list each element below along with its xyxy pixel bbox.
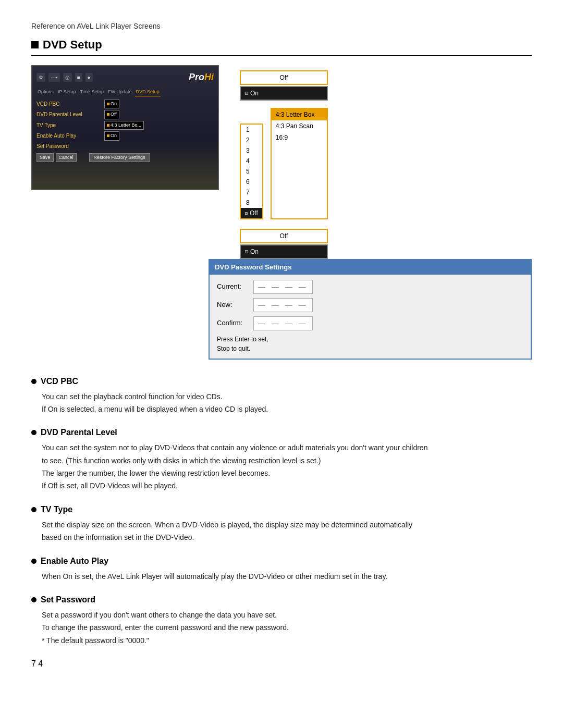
autoplay-title: Enable Auto Play (41, 555, 108, 567)
tv-letterbox: 4:3 Letter Box (272, 109, 327, 120)
tab-options: Options (36, 89, 55, 96)
set-password-text: Set a password if you don't want others … (31, 609, 532, 646)
confirm-label: Confirm: (217, 318, 248, 328)
new-value: — — — — (253, 298, 313, 312)
on-indicator2 (245, 250, 248, 253)
dvd-parental-title: DVD Parental Level (41, 426, 117, 439)
password-dialog-wrapper: DVD Password Settings Current: — — — — N… (209, 259, 532, 360)
off-indicator (245, 212, 248, 215)
num-8: 8 (241, 198, 262, 208)
num-5: 5 (241, 166, 262, 177)
label-tvtype: TV Type (36, 121, 104, 129)
set-password-bullet (31, 597, 36, 602)
options-icon: ⚙ (36, 73, 45, 82)
vcd-pbc-heading: VCD PBC (31, 375, 532, 388)
tv-type-list: 4:3 Letter Box 4:3 Pan Scan 16:9 (271, 108, 328, 219)
num-3: 3 (241, 145, 262, 156)
section-title: DVD Setup (43, 36, 102, 53)
vcd-off-option: Off (240, 70, 328, 85)
dvd-parental-bullet (31, 430, 36, 435)
parental-tv-row: 1 2 3 4 5 6 7 8 Off 4:3 Letter Box 4:3 P… (240, 108, 328, 219)
section-tv-type: TV Type Set the display size on the scre… (31, 503, 532, 544)
password-dialog-title: DVD Password Settings (210, 260, 531, 275)
current-label: Current: (217, 281, 248, 292)
section-dvd-parental: DVD Parental Level You can set the syste… (31, 426, 532, 492)
label-setpassword: Set Password (36, 142, 104, 150)
screen-top-bar: ⚙ —▪ ◎ ■ ● ProHi (36, 70, 214, 84)
screenshot-area: ⚙ —▪ ◎ ■ ● ProHi Options IP Setup Time S… (31, 65, 532, 259)
tv-type-title: TV Type (41, 503, 72, 516)
autoplay-bullet (31, 559, 36, 564)
prohi-logo: ProHi (189, 70, 214, 84)
tab-timesetup: Time Setup (79, 89, 105, 96)
tab-ipsetup: IP Setup (57, 89, 77, 96)
tv-type-heading: TV Type (31, 503, 532, 516)
current-value: — — — — (253, 280, 313, 294)
on-indicator (245, 92, 248, 95)
num-7: 7 (241, 187, 262, 198)
autoplay-on: On (240, 244, 328, 259)
password-dialog: DVD Password Settings Current: — — — — N… (209, 259, 532, 360)
screen-row-parental: DVD Parental Level Off (36, 110, 214, 119)
value-parental: Off (104, 110, 119, 119)
tab-fwupdate: FW Update (107, 89, 133, 96)
page-number: 7 4 (31, 658, 532, 670)
tv-panscan: 4:3 Pan Scan (272, 120, 327, 132)
time-icon: ◎ (63, 73, 72, 82)
autoplay-text: When On is set, the AVeL Link Player wil… (31, 571, 532, 582)
value-autoplay: On (104, 131, 119, 141)
section-header-icon (31, 41, 39, 48)
fw-icon: ■ (75, 73, 82, 82)
confirm-row: Confirm: — — — — (217, 316, 523, 330)
tv-type-bullet (31, 507, 36, 512)
value-vcdpbc: On (104, 100, 119, 109)
screen-restore-btn: Restore Factory Settings (89, 153, 150, 163)
screen-cancel-btn: Cancel (56, 153, 77, 163)
vcd-pbc-title: VCD PBC (41, 375, 78, 388)
dvd-screen: ⚙ —▪ ◎ ■ ● ProHi Options IP Setup Time S… (31, 65, 219, 190)
set-password-heading: Set Password (31, 594, 532, 606)
vcd-on-option: On (240, 86, 328, 101)
current-row: Current: — — — — (217, 280, 523, 294)
tv-169: 16:9 (272, 132, 327, 143)
num-off: Off (241, 208, 262, 218)
screen-row-vcdpbc: VCD PBC On (36, 100, 214, 109)
label-vcdpbc: VCD PBC (36, 100, 104, 108)
section-header: DVD Setup (31, 36, 532, 56)
confirm-value: — — — — (253, 316, 313, 330)
screen-buttons: Save Cancel Restore Factory Settings (36, 153, 214, 163)
value-tvtype: 4:3 Letter Bo... (104, 121, 144, 130)
screen-row-tvtype: TV Type 4:3 Letter Bo... (36, 121, 214, 130)
label-autoplay: Enable Auto Play (36, 132, 104, 140)
dvd-parental-heading: DVD Parental Level (31, 426, 532, 439)
section-vcd-pbc: VCD PBC You can set the playback control… (31, 375, 532, 415)
num-6: 6 (241, 177, 262, 187)
screen-save-btn: Save (36, 153, 54, 163)
tab-dvdsetup: DVD Setup (135, 89, 161, 96)
screen-row-autoplay: Enable Auto Play On (36, 131, 214, 141)
label-parental: DVD Parental Level (36, 110, 104, 118)
reference-title: Reference on AVeL Link Player Screens (31, 21, 532, 32)
password-dialog-body: Current: — — — — New: — — — — Confirm: —… (210, 275, 531, 359)
password-hint: Press Enter to set, Stop to quit. (217, 335, 523, 353)
new-row: New: — — — — (217, 298, 523, 312)
callouts-container: Off On 1 2 3 4 5 6 7 8 Off (240, 65, 328, 259)
num-4: 4 (241, 156, 262, 166)
dvd-parental-text: You can set the system not to play DVD-V… (31, 442, 532, 492)
parental-level-list: 1 2 3 4 5 6 7 8 Off (240, 124, 263, 219)
num-2: 2 (241, 135, 262, 145)
section-enable-auto-play: Enable Auto Play When On is set, the AVe… (31, 555, 532, 582)
ip-icon: —▪ (48, 73, 60, 82)
new-label: New: (217, 300, 248, 310)
vcd-pbc-text: You can set the playback control functio… (31, 391, 532, 415)
autoplay-off: Off (240, 229, 328, 243)
num-1: 1 (241, 125, 262, 135)
screen-row-setpassword: Set Password (36, 142, 214, 150)
vcd-pbc-bullet (31, 379, 36, 384)
set-password-title: Set Password (41, 594, 95, 606)
tv-type-text: Set the display size on the screen. When… (31, 519, 532, 544)
screen-tabs: Options IP Setup Time Setup FW Update DV… (36, 89, 214, 96)
autoplay-callout: Off On (240, 229, 328, 259)
section-set-password: Set Password Set a password if you don't… (31, 594, 532, 646)
dvd-icon: ● (85, 73, 93, 82)
